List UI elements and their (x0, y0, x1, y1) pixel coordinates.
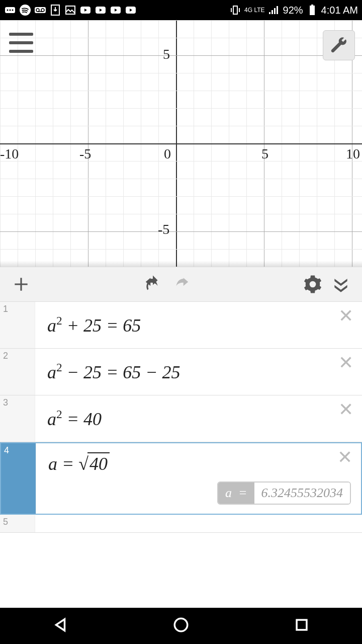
network-type: 4G LTE (244, 7, 264, 13)
expression-row-selected[interactable]: 4 a = √ 40 a = 6.32455532034 ✕ (0, 442, 362, 515)
row-index: 5 (0, 515, 35, 532)
result-value: 6.32455532034 (254, 482, 350, 504)
svg-rect-15 (233, 6, 237, 14)
expression-input[interactable]: a2 = 40 (35, 395, 362, 442)
svg-point-2 (10, 10, 11, 11)
voicemail-icon (34, 4, 46, 16)
spotify-icon (19, 4, 31, 16)
graph-canvas[interactable]: -10 -5 0 5 10 5 -5 (0, 20, 362, 267)
add-expression-button[interactable] (10, 273, 32, 295)
svg-rect-19 (311, 5, 313, 6)
row-index: 2 (0, 349, 35, 395)
battery-icon (306, 4, 318, 16)
row-index: 4 (1, 443, 36, 514)
row-index: 3 (0, 395, 35, 442)
close-icon[interactable]: ✕ (336, 399, 356, 420)
x-tick-neg10: -10 (0, 146, 19, 162)
y-tick-5: 5 (163, 46, 170, 62)
graph-shadow (0, 261, 362, 267)
collapse-icon[interactable] (330, 273, 352, 295)
settings-icon[interactable] (302, 273, 324, 295)
vibrate-icon (229, 4, 241, 16)
svg-point-1 (7, 10, 9, 11)
home-button[interactable] (172, 616, 190, 635)
svg-rect-21 (297, 620, 307, 630)
expression-row-empty[interactable]: 5 (0, 515, 362, 533)
youtube-icon-3 (110, 4, 122, 16)
recent-apps-button[interactable] (293, 616, 310, 635)
x-tick-0: 0 (164, 146, 171, 162)
y-tick-neg5: -5 (158, 221, 169, 237)
expression-row[interactable]: 1 a2 + 25 = 65 ✕ (0, 302, 362, 349)
expression-input[interactable]: a2 + 25 = 65 (35, 302, 362, 348)
status-left-icons (4, 4, 137, 16)
wrench-icon[interactable] (323, 30, 355, 60)
signal-icon (268, 4, 280, 16)
close-icon[interactable]: ✕ (336, 306, 356, 326)
x-tick-neg5: -5 (79, 146, 91, 162)
android-nav-bar (0, 608, 362, 644)
close-icon[interactable]: ✕ (336, 353, 356, 373)
expression-toolbar (0, 267, 362, 302)
battery-pct: 92% (283, 5, 303, 16)
svg-rect-18 (310, 6, 315, 15)
expression-list: 1 a2 + 25 = 65 ✕ 2 a2 − 25 = 65 − 25 ✕ 3… (0, 302, 362, 533)
result-var: a (225, 486, 232, 500)
undo-button[interactable] (142, 273, 164, 295)
row-index: 1 (0, 302, 35, 348)
more-icon (4, 4, 16, 16)
x-tick-10: 10 (346, 146, 360, 162)
download-icon (49, 4, 61, 16)
expression-row[interactable]: 3 a2 = 40 ✕ (0, 395, 362, 442)
result-readout: a = 6.32455532034 (217, 481, 351, 505)
image-icon (64, 4, 76, 16)
expression-row[interactable]: 2 a2 − 25 = 65 − 25 ✕ (0, 349, 362, 395)
menu-icon[interactable] (9, 33, 33, 53)
android-status-bar: 4G LTE 92% 4:01 AM (0, 0, 362, 20)
youtube-icon-2 (95, 4, 107, 16)
expression-input[interactable]: a2 − 25 = 65 − 25 (35, 349, 362, 395)
svg-point-3 (12, 10, 14, 11)
svg-point-20 (174, 618, 188, 631)
expression-input[interactable]: a = √ 40 a = 6.32455532034 (36, 443, 361, 514)
back-button[interactable] (52, 616, 69, 635)
youtube-icon (79, 4, 92, 16)
youtube-icon-4 (125, 4, 137, 16)
status-right: 4G LTE 92% 4:01 AM (229, 4, 358, 16)
redo-button[interactable] (170, 273, 192, 295)
clock: 4:01 AM (321, 5, 358, 16)
x-tick-5: 5 (261, 146, 268, 162)
close-icon[interactable]: ✕ (335, 447, 355, 467)
